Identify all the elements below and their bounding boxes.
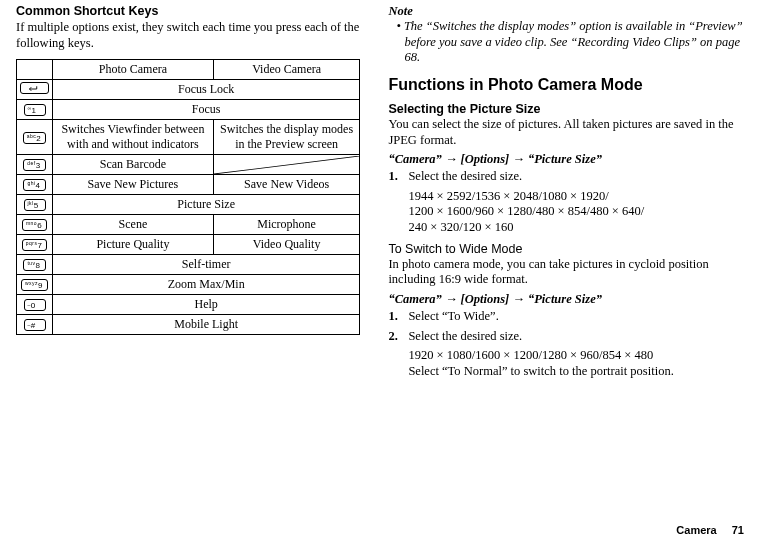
- step-row: 1. Select “To Wide”.: [388, 309, 750, 325]
- photo-cell: Save New Pictures: [53, 175, 214, 195]
- key-cell: abc2: [17, 120, 53, 155]
- note-heading: Note: [388, 4, 750, 19]
- video-cell: Save New Videos: [213, 175, 360, 195]
- h3-picture-size: Selecting the Picture Size: [388, 102, 750, 116]
- key-4-icon: ghi4: [23, 179, 45, 191]
- table-row: wxyz9Zoom Max/Min: [17, 275, 360, 295]
- key-cell: _#: [17, 315, 53, 335]
- video-cell: Video Quality: [213, 235, 360, 255]
- footer-section: Camera: [676, 524, 716, 536]
- table-header-blank: [17, 60, 53, 80]
- picture-size-body: You can select the size of pictures. All…: [388, 117, 750, 148]
- table-row: ∞1Focus: [17, 100, 360, 120]
- svg-line-0: [214, 156, 360, 174]
- h4-wide-mode: To Switch to Wide Mode: [388, 242, 750, 256]
- merged-cell: Mobile Light: [53, 315, 360, 335]
- heading-shortcut-keys: Common Shortcut Keys: [16, 4, 360, 18]
- table-row: mno6SceneMicrophone: [17, 215, 360, 235]
- wide-sizes-list: 1920 × 1080/1600 × 1200/1280 × 960/854 ×…: [408, 348, 750, 379]
- key-3-icon: def3: [23, 159, 45, 171]
- key-8-icon: tuv8: [23, 259, 45, 271]
- step-row: 1. Select the desired size.: [388, 169, 750, 185]
- key-9-icon: wxyz9: [21, 279, 48, 291]
- step-text: Select the desired size.: [408, 169, 522, 185]
- note-body: • The “Switches the display modes” optio…: [388, 19, 750, 66]
- key-cell: ghi4: [17, 175, 53, 195]
- step-number: 1.: [388, 309, 402, 325]
- table-row: _0Help: [17, 295, 360, 315]
- key-cell: jkl5: [17, 195, 53, 215]
- merged-cell: Picture Size: [53, 195, 360, 215]
- step-row: 2. Select the desired size.: [388, 329, 750, 345]
- path-picture-size: “Camera” → [Options] → “Picture Size”: [388, 152, 750, 167]
- key-7-icon: pqrs7: [22, 239, 48, 251]
- photo-cell: Scene: [53, 215, 214, 235]
- video-cell: Microphone: [213, 215, 360, 235]
- merged-cell: Focus Lock: [53, 80, 360, 100]
- table-row: abc2Switches Viewfinder between with and…: [17, 120, 360, 155]
- table-header-photo: Photo Camera: [53, 60, 214, 80]
- key-6-icon: mno6: [22, 219, 47, 231]
- key-#-icon: _#: [24, 319, 46, 331]
- key-cell: wxyz9: [17, 275, 53, 295]
- step-number: 2.: [388, 329, 402, 345]
- photo-cell: Scan Barcode: [53, 155, 214, 175]
- shortcut-table: Photo Camera Video Camera Focus Lock∞1Fo…: [16, 59, 360, 335]
- video-cell: [213, 155, 360, 175]
- key-cell: tuv8: [17, 255, 53, 275]
- h2-functions: Functions in Photo Camera Mode: [388, 76, 750, 94]
- key-cell: def3: [17, 155, 53, 175]
- sizes-list: 1944 × 2592/1536 × 2048/1080 × 1920/ 120…: [408, 189, 750, 236]
- photo-cell: Picture Quality: [53, 235, 214, 255]
- key-cell: _0: [17, 295, 53, 315]
- key-2-icon: abc2: [23, 132, 47, 144]
- step-number: 1.: [388, 169, 402, 185]
- key-cell: ∞1: [17, 100, 53, 120]
- merged-cell: Self-timer: [53, 255, 360, 275]
- table-header-video: Video Camera: [213, 60, 360, 80]
- table-row: def3Scan Barcode: [17, 155, 360, 175]
- key-5-icon: jkl5: [24, 199, 46, 211]
- wide-mode-body: In photo camera mode, you can take pictu…: [388, 257, 750, 288]
- key-cell: mno6: [17, 215, 53, 235]
- key-cell: [17, 80, 53, 100]
- table-row: tuv8Self-timer: [17, 255, 360, 275]
- table-row: jkl5Picture Size: [17, 195, 360, 215]
- path-wide-mode: “Camera” → [Options] → “Picture Size”: [388, 292, 750, 307]
- merged-cell: Zoom Max/Min: [53, 275, 360, 295]
- page-footer: Camera 71: [676, 524, 744, 536]
- table-row: _#Mobile Light: [17, 315, 360, 335]
- return-key-icon: [20, 82, 49, 94]
- key-0-icon: _0: [24, 299, 46, 311]
- key-cell: pqrs7: [17, 235, 53, 255]
- table-row: ghi4Save New PicturesSave New Videos: [17, 175, 360, 195]
- table-row: Focus Lock: [17, 80, 360, 100]
- merged-cell: Focus: [53, 100, 360, 120]
- key-1-icon: ∞1: [24, 104, 46, 116]
- footer-page-number: 71: [732, 524, 744, 536]
- step-text: Select “To Wide”.: [408, 309, 498, 325]
- intro-text: If multiple options exist, they switch e…: [16, 20, 360, 51]
- photo-cell: Switches Viewfinder between with and wit…: [53, 120, 214, 155]
- table-row: pqrs7Picture QualityVideo Quality: [17, 235, 360, 255]
- step-text: Select the desired size.: [408, 329, 522, 345]
- video-cell: Switches the display modes in the Previe…: [213, 120, 360, 155]
- merged-cell: Help: [53, 295, 360, 315]
